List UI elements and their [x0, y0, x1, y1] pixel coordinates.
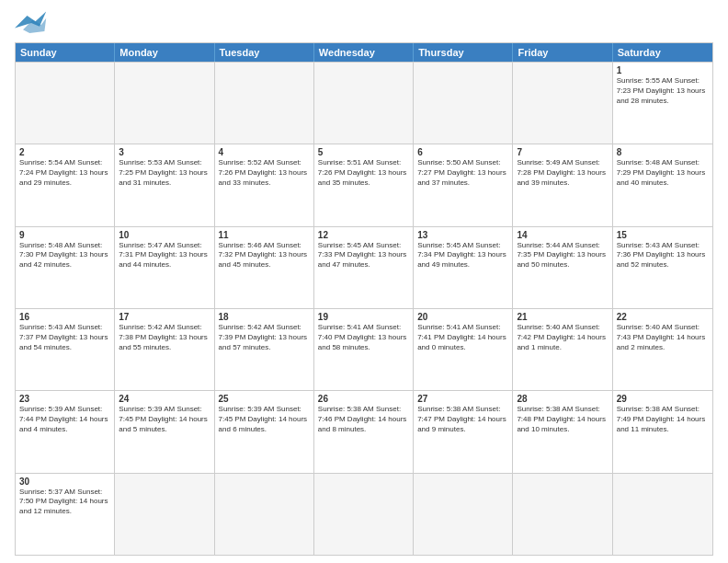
calendar-cell — [115, 474, 214, 555]
calendar-cell — [513, 63, 612, 144]
day-number: 13 — [417, 230, 508, 240]
calendar-cell: 23Sunrise: 5:39 AM Sunset: 7:44 PM Dayli… — [16, 391, 115, 472]
weekday-header-thursday: Thursday — [414, 43, 513, 62]
calendar-cell: 3Sunrise: 5:53 AM Sunset: 7:25 PM Daylig… — [115, 144, 214, 225]
weekday-header-saturday: Saturday — [613, 43, 712, 62]
cell-content: Sunrise: 5:43 AM Sunset: 7:36 PM Dayligh… — [617, 241, 709, 270]
day-number: 18 — [219, 312, 310, 322]
cell-content: Sunrise: 5:52 AM Sunset: 7:26 PM Dayligh… — [219, 158, 310, 188]
calendar-cell: 5Sunrise: 5:51 AM Sunset: 7:26 PM Daylig… — [314, 144, 414, 225]
page: SundayMondayTuesdayWednesdayThursdayFrid… — [0, 0, 728, 563]
weekday-header-friday: Friday — [513, 43, 612, 62]
cell-content: Sunrise: 5:41 AM Sunset: 7:41 PM Dayligh… — [417, 323, 508, 352]
day-number: 14 — [517, 230, 608, 240]
cell-content: Sunrise: 5:46 AM Sunset: 7:32 PM Dayligh… — [219, 241, 310, 270]
calendar-cell — [215, 63, 314, 144]
calendar-body: 1Sunrise: 5:55 AM Sunset: 7:23 PM Daylig… — [16, 62, 712, 555]
calendar-cell: 27Sunrise: 5:38 AM Sunset: 7:47 PM Dayli… — [414, 391, 513, 472]
calendar-row-2: 9Sunrise: 5:48 AM Sunset: 7:30 PM Daylig… — [16, 226, 712, 308]
day-number: 19 — [318, 312, 409, 322]
calendar-cell: 24Sunrise: 5:39 AM Sunset: 7:45 PM Dayli… — [115, 391, 214, 472]
day-number: 27 — [417, 394, 508, 404]
day-number: 5 — [318, 147, 409, 157]
cell-content: Sunrise: 5:43 AM Sunset: 7:37 PM Dayligh… — [19, 323, 110, 352]
day-number: 4 — [219, 147, 310, 157]
calendar-row-4: 23Sunrise: 5:39 AM Sunset: 7:44 PM Dayli… — [16, 390, 712, 472]
day-number: 16 — [19, 312, 110, 322]
day-number: 21 — [517, 312, 608, 322]
cell-content: Sunrise: 5:41 AM Sunset: 7:40 PM Dayligh… — [318, 323, 409, 352]
cell-content: Sunrise: 5:40 AM Sunset: 7:43 PM Dayligh… — [617, 323, 709, 352]
day-number: 12 — [318, 230, 409, 240]
day-number: 29 — [617, 394, 709, 404]
day-number: 26 — [318, 394, 409, 404]
logo — [15, 11, 97, 37]
calendar-cell: 15Sunrise: 5:43 AM Sunset: 7:36 PM Dayli… — [613, 227, 712, 308]
day-number: 1 — [617, 65, 709, 75]
calendar-cell: 6Sunrise: 5:50 AM Sunset: 7:27 PM Daylig… — [414, 144, 513, 225]
cell-content: Sunrise: 5:39 AM Sunset: 7:45 PM Dayligh… — [119, 405, 210, 434]
cell-content: Sunrise: 5:42 AM Sunset: 7:38 PM Dayligh… — [119, 323, 210, 352]
calendar-cell: 26Sunrise: 5:38 AM Sunset: 7:46 PM Dayli… — [314, 391, 414, 472]
cell-content: Sunrise: 5:37 AM Sunset: 7:50 PM Dayligh… — [19, 488, 110, 517]
calendar-cell — [115, 63, 214, 144]
day-number: 3 — [119, 147, 210, 157]
cell-content: Sunrise: 5:40 AM Sunset: 7:42 PM Dayligh… — [517, 323, 608, 352]
calendar-cell: 9Sunrise: 5:48 AM Sunset: 7:30 PM Daylig… — [16, 227, 115, 308]
cell-content: Sunrise: 5:39 AM Sunset: 7:45 PM Dayligh… — [219, 405, 310, 434]
calendar-cell: 25Sunrise: 5:39 AM Sunset: 7:45 PM Dayli… — [215, 391, 314, 472]
cell-content: Sunrise: 5:50 AM Sunset: 7:27 PM Dayligh… — [417, 158, 508, 188]
cell-content: Sunrise: 5:48 AM Sunset: 7:30 PM Dayligh… — [19, 241, 110, 270]
day-number: 8 — [617, 147, 709, 157]
calendar-cell: 17Sunrise: 5:42 AM Sunset: 7:38 PM Dayli… — [115, 309, 214, 390]
day-number: 17 — [119, 312, 210, 322]
cell-content: Sunrise: 5:53 AM Sunset: 7:25 PM Dayligh… — [119, 158, 210, 188]
calendar-cell: 14Sunrise: 5:44 AM Sunset: 7:35 PM Dayli… — [513, 227, 612, 308]
cell-content: Sunrise: 5:38 AM Sunset: 7:46 PM Dayligh… — [318, 405, 409, 434]
calendar-cell — [513, 474, 612, 555]
weekday-header-monday: Monday — [115, 43, 214, 62]
cell-content: Sunrise: 5:47 AM Sunset: 7:31 PM Dayligh… — [119, 241, 210, 270]
calendar-cell: 10Sunrise: 5:47 AM Sunset: 7:31 PM Dayli… — [115, 227, 214, 308]
calendar-cell: 18Sunrise: 5:42 AM Sunset: 7:39 PM Dayli… — [215, 309, 314, 390]
day-number: 9 — [19, 230, 110, 240]
calendar-cell: 11Sunrise: 5:46 AM Sunset: 7:32 PM Dayli… — [215, 227, 314, 308]
day-number: 28 — [517, 394, 608, 404]
calendar-cell: 7Sunrise: 5:49 AM Sunset: 7:28 PM Daylig… — [513, 144, 612, 225]
cell-content: Sunrise: 5:38 AM Sunset: 7:47 PM Dayligh… — [417, 405, 508, 434]
header — [15, 11, 713, 37]
calendar-cell: 21Sunrise: 5:40 AM Sunset: 7:42 PM Dayli… — [513, 309, 612, 390]
calendar-cell: 2Sunrise: 5:54 AM Sunset: 7:24 PM Daylig… — [16, 144, 115, 225]
cell-content: Sunrise: 5:48 AM Sunset: 7:29 PM Dayligh… — [617, 158, 709, 188]
calendar-cell: 4Sunrise: 5:52 AM Sunset: 7:26 PM Daylig… — [215, 144, 314, 225]
calendar-cell — [414, 63, 513, 144]
calendar-row-3: 16Sunrise: 5:43 AM Sunset: 7:37 PM Dayli… — [16, 308, 712, 390]
cell-content: Sunrise: 5:51 AM Sunset: 7:26 PM Dayligh… — [318, 158, 409, 188]
cell-content: Sunrise: 5:38 AM Sunset: 7:49 PM Dayligh… — [617, 405, 709, 434]
day-number: 24 — [119, 394, 210, 404]
calendar-cell: 1Sunrise: 5:55 AM Sunset: 7:23 PM Daylig… — [613, 63, 712, 144]
cell-content: Sunrise: 5:49 AM Sunset: 7:28 PM Dayligh… — [517, 158, 608, 188]
calendar-cell — [16, 63, 115, 144]
calendar-cell: 12Sunrise: 5:45 AM Sunset: 7:33 PM Dayli… — [314, 227, 414, 308]
calendar-row-5: 30Sunrise: 5:37 AM Sunset: 7:50 PM Dayli… — [16, 473, 712, 555]
cell-content: Sunrise: 5:55 AM Sunset: 7:23 PM Dayligh… — [617, 76, 709, 106]
calendar-header: SundayMondayTuesdayWednesdayThursdayFrid… — [16, 43, 712, 62]
calendar-row-0: 1Sunrise: 5:55 AM Sunset: 7:23 PM Daylig… — [16, 62, 712, 144]
calendar-cell: 8Sunrise: 5:48 AM Sunset: 7:29 PM Daylig… — [613, 144, 712, 225]
cell-content: Sunrise: 5:44 AM Sunset: 7:35 PM Dayligh… — [517, 241, 608, 270]
cell-content: Sunrise: 5:38 AM Sunset: 7:48 PM Dayligh… — [517, 405, 608, 434]
day-number: 25 — [219, 394, 310, 404]
day-number: 15 — [617, 230, 709, 240]
calendar-cell — [314, 474, 414, 555]
calendar-cell: 13Sunrise: 5:45 AM Sunset: 7:34 PM Dayli… — [414, 227, 513, 308]
calendar-cell: 29Sunrise: 5:38 AM Sunset: 7:49 PM Dayli… — [613, 391, 712, 472]
cell-content: Sunrise: 5:54 AM Sunset: 7:24 PM Dayligh… — [19, 158, 110, 188]
day-number: 20 — [417, 312, 508, 322]
logo-icon — [15, 11, 48, 37]
calendar-row-1: 2Sunrise: 5:54 AM Sunset: 7:24 PM Daylig… — [16, 144, 712, 225]
day-number: 30 — [19, 477, 110, 487]
weekday-header-wednesday: Wednesday — [314, 43, 414, 62]
calendar-cell: 16Sunrise: 5:43 AM Sunset: 7:37 PM Dayli… — [16, 309, 115, 390]
cell-content: Sunrise: 5:42 AM Sunset: 7:39 PM Dayligh… — [219, 323, 310, 352]
